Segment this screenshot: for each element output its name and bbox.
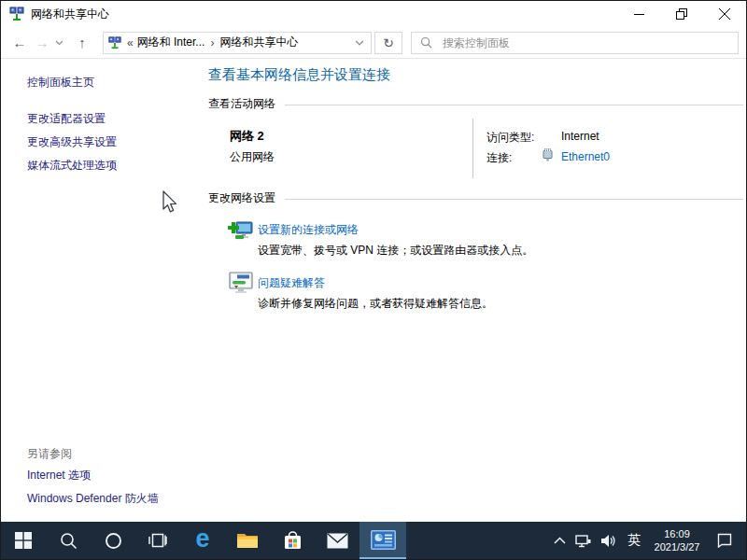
see-also-heading: 另请参阅	[27, 446, 72, 462]
minimize-button[interactable]	[617, 1, 660, 27]
edge-button[interactable]: e	[180, 522, 225, 559]
search-icon	[420, 36, 432, 49]
section-change-settings: 更改网络设置	[208, 190, 743, 206]
breadcrumb-item-network-internet[interactable]: 网络和 Inter...	[137, 35, 205, 50]
sidebar-item-advanced-sharing[interactable]: 更改高级共享设置	[27, 134, 117, 150]
sidebar-item-control-panel-home[interactable]: 控制面板主页	[27, 75, 94, 91]
breadcrumb[interactable]: « 网络和 Inter... › 网络和共享中心	[103, 32, 372, 54]
network-name: 网络 2	[230, 128, 264, 145]
section-active-networks: 查看活动网络	[208, 96, 743, 112]
control-panel-taskbar-button[interactable]	[359, 522, 406, 559]
sidebar-item-change-adapter-settings[interactable]: 更改适配器设置	[27, 111, 106, 127]
network-divider	[472, 119, 473, 178]
tray-show-hidden-icons-chevron[interactable]	[548, 522, 571, 559]
breadcrumb-separator-icon: ›	[210, 36, 214, 49]
edge-icon: e	[195, 526, 209, 552]
troubleshoot-icon	[228, 271, 254, 298]
access-type-label: 访问类型:	[486, 130, 534, 146]
section-settings-label: 更改网络设置	[208, 190, 275, 206]
file-explorer-button[interactable]	[225, 522, 270, 559]
window-title: 网络和共享中心	[31, 7, 109, 22]
window-body: 控制面板主页 更改适配器设置 更改高级共享设置 媒体流式处理选项 另请参阅 In…	[1, 59, 746, 522]
mail-button[interactable]	[315, 522, 359, 559]
cortana-button[interactable]	[91, 522, 135, 559]
sidebar-item-media-streaming[interactable]: 媒体流式处理选项	[27, 158, 117, 174]
new-connection-icon	[228, 217, 254, 246]
sidebar-item-internet-options[interactable]: Internet 选项	[27, 468, 91, 483]
taskbar: e	[1, 522, 746, 559]
start-button[interactable]	[1, 522, 46, 559]
restore-button[interactable]	[660, 1, 703, 27]
breadcrumb-network-icon	[108, 36, 121, 49]
troubleshoot-problems-desc: 诊断并修复网络问题，或者获得疑难解答信息。	[258, 296, 493, 312]
tray-time: 16:09	[655, 527, 700, 540]
window-controls	[617, 1, 746, 27]
breadcrumb-item-current[interactable]: 网络和共享中心	[219, 35, 298, 50]
access-type-value: Internet	[561, 130, 599, 143]
troubleshoot-problems-link[interactable]: 问题疑难解答	[258, 275, 325, 291]
recent-pages-chevron-icon[interactable]	[55, 40, 63, 46]
screen: 网络和共享中心 ← → ↑	[0, 0, 747, 560]
connection-label: 连接:	[486, 150, 512, 166]
network-category: 公用网络	[230, 149, 275, 165]
tray-network-icon[interactable]	[571, 522, 596, 559]
ethernet-plug-icon	[542, 147, 554, 164]
refresh-button[interactable]: ↻	[374, 32, 402, 54]
section-active-label: 查看活动网络	[208, 96, 275, 112]
title-bar: 网络和共享中心	[1, 1, 746, 27]
navigation-toolbar: ← → ↑ « 网络和 Inter... › 网络和共享中心	[1, 27, 746, 59]
store-button[interactable]	[270, 522, 315, 559]
taskbar-search-button[interactable]	[46, 522, 91, 559]
tray-clock[interactable]: 16:09 2021/3/27	[647, 522, 707, 559]
sidebar-item-windows-defender-firewall[interactable]: Windows Defender 防火墙	[27, 491, 159, 507]
up-button[interactable]: ↑	[71, 32, 93, 54]
section-rule	[285, 105, 743, 105]
forward-button[interactable]: →	[31, 32, 53, 54]
system-tray: 英 16:09 2021/3/27	[548, 522, 740, 559]
search-box[interactable]	[411, 32, 739, 54]
sidebar: 控制面板主页 更改适配器设置 更改高级共享设置 媒体流式处理选项 另请参阅 In…	[1, 59, 199, 522]
task-view-button[interactable]	[135, 522, 180, 559]
page-title: 查看基本网络信息并设置连接	[208, 66, 390, 84]
tray-volume-icon[interactable]	[596, 522, 621, 559]
section-rule	[285, 199, 743, 200]
close-button[interactable]	[703, 1, 746, 27]
ethernet0-link[interactable]: Ethernet0	[561, 150, 610, 163]
breadcrumb-dropdown-chevron-icon[interactable]	[355, 40, 366, 46]
network-sharing-center-icon	[9, 7, 24, 21]
tray-date: 2021/3/27	[655, 540, 700, 553]
breadcrumb-overflow[interactable]: «	[127, 36, 134, 49]
search-input[interactable]	[441, 35, 729, 50]
setup-new-connection-desc: 设置宽带、拨号或 VPN 连接；或设置路由器或接入点。	[258, 243, 533, 259]
back-button[interactable]: ←	[8, 32, 31, 54]
tray-ime-indicator[interactable]: 英	[621, 522, 647, 559]
action-center-button[interactable]	[707, 522, 740, 559]
setup-new-connection-link[interactable]: 设置新的连接或网络	[258, 222, 359, 238]
